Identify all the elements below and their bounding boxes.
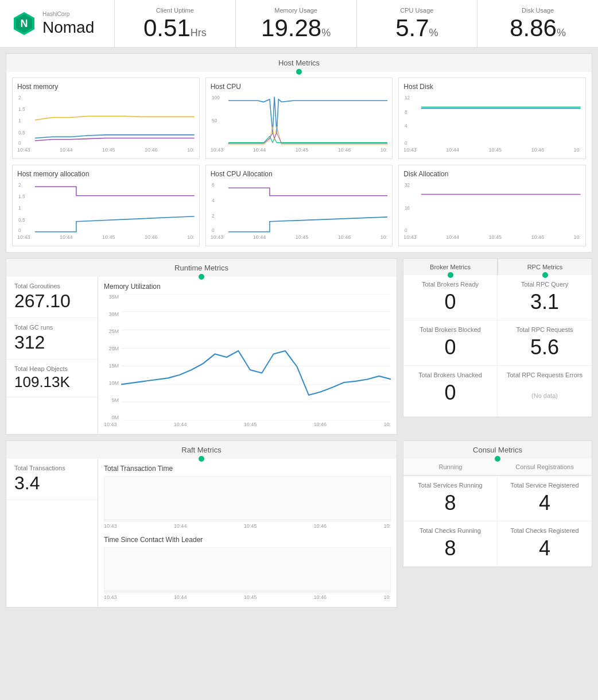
raft-section: Raft Metrics Total Transactions 3.4	[6, 440, 397, 608]
host-memory-title: Host memory	[17, 83, 195, 91]
transaction-time-title: Total Transaction Time	[104, 465, 391, 473]
heap-objects-block: Total Heap Objects 109.13K	[6, 359, 98, 397]
svg-text:100: 100	[212, 95, 220, 100]
host-cpu-alloc-chart: Host CPU Allocation 6 4 2 0	[205, 165, 393, 246]
host-cpu-area: 100 50	[211, 94, 388, 146]
nomad-logo-icon: N	[11, 11, 37, 36]
gc-runs-value: 312	[14, 332, 90, 353]
svg-text:0: 0	[18, 140, 21, 145]
transaction-time-area	[104, 476, 391, 522]
runtime-content: Total Goroutines 267.10 Total GC runs 31…	[6, 277, 397, 435]
host-mem-alloc-area: 2 1.5 1 0.5 0	[17, 181, 195, 233]
disk-alloc-chart: Disk Allocation 32 16 0 10:43 10:44	[398, 165, 586, 246]
disk-alloc-title: Disk Allocation	[403, 170, 581, 178]
brokers-ready-label: Total Brokers Ready	[409, 281, 491, 288]
svg-text:50: 50	[212, 118, 217, 123]
svg-text:0: 0	[18, 227, 21, 233]
raft-charts: Total Transaction Time 10:43 10:44 10:45	[98, 459, 397, 607]
svg-text:1: 1	[18, 205, 21, 211]
heap-objects-label: Total Heap Objects	[14, 365, 90, 372]
memory-usage-value: 19.28%	[247, 16, 345, 40]
svg-text:2: 2	[18, 182, 21, 188]
checks-running-value: 8	[409, 536, 491, 560]
services-running-value: 8	[409, 491, 491, 515]
svg-text:0: 0	[405, 140, 407, 145]
goroutines-value: 267.10	[14, 291, 90, 312]
consul-metrics-header: Consul Metrics	[403, 440, 592, 459]
svg-text:0.5: 0.5	[18, 129, 25, 135]
memory-usage-label: Memory Usage	[247, 7, 345, 14]
rpc-query-label: Total RPC Query	[503, 281, 586, 288]
client-uptime-label: Client Uptime	[126, 7, 224, 14]
gc-runs-block: Total GC runs 312	[6, 318, 98, 359]
brokers-unacked-label: Total Brokers Unacked	[409, 372, 491, 378]
heap-objects-value: 109.13K	[14, 373, 90, 391]
checks-running-label: Total Checks Running	[409, 527, 491, 534]
svg-text:4: 4	[212, 198, 215, 203]
svg-text:6: 6	[212, 182, 215, 188]
rpc-errors-label: Total RPC Requests Errors	[503, 372, 586, 378]
header: N HashiCorp Nomad Client Uptime 0.51Hrs …	[0, 0, 598, 48]
svg-text:32: 32	[405, 182, 410, 188]
memory-usage-card: Memory Usage 19.28%	[236, 0, 357, 47]
svg-text:16: 16	[405, 205, 410, 211]
svg-text:0: 0	[405, 227, 407, 233]
memory-util-title: Memory Utilization	[104, 283, 391, 291]
brokers-blocked-value: 0	[409, 335, 491, 359]
cpu-usage-value: 5.7%	[368, 16, 466, 40]
total-transactions-value: 3.4	[14, 473, 90, 494]
contact-leader-area	[104, 547, 391, 593]
client-uptime-card: Client Uptime 0.51Hrs	[115, 0, 236, 47]
contact-leader-chart: Time Since Contact With Leader 10:43 10:…	[104, 536, 391, 601]
consul-registrations-header: Consul Registrations	[498, 459, 592, 475]
svg-text:4: 4	[405, 123, 407, 129]
host-metrics-header: Host Metrics	[6, 53, 592, 72]
cpu-usage-card: CPU Usage 5.7%	[357, 0, 478, 47]
disk-usage-card: Disk Usage 8.86%	[477, 0, 598, 47]
host-mem-alloc-chart: Host memory allocation 2 1.5 1 0.5 0	[12, 165, 200, 246]
host-cpu-title: Host CPU	[211, 83, 388, 91]
host-mem-alloc-title: Host memory allocation	[17, 170, 195, 178]
raft-stats: Total Transactions 3.4	[6, 459, 98, 607]
contact-leader-title: Time Since Contact With Leader	[104, 536, 391, 544]
total-transactions-block: Total Transactions 3.4	[6, 459, 98, 500]
svg-text:N: N	[21, 18, 28, 29]
service-registered-value: 4	[503, 491, 586, 515]
runtime-metrics-header: Runtime Metrics	[6, 258, 397, 277]
rpc-errors-cell: Total RPC Requests Errors (No data)	[498, 366, 592, 417]
rpc-requests-label: Total RPC Requests	[503, 326, 586, 333]
service-registered-label: Total Service Registered	[503, 482, 586, 489]
host-metrics-content: Host memory 2 1.5 1 0.5 0	[6, 72, 592, 253]
host-cpu-alloc-title: Host CPU Allocation	[211, 170, 388, 178]
raft-content: Total Transactions 3.4 Total Transaction…	[6, 459, 397, 608]
svg-text:8: 8	[405, 109, 407, 114]
rpc-metrics-header: RPC Metrics	[498, 258, 592, 275]
consul-section: Consul Metrics Running Consul Registrati…	[403, 440, 592, 567]
host-disk-area: 12 8 4 0	[403, 94, 581, 146]
consul-running-header: Running	[403, 459, 498, 475]
logo-brand: HashiCorp	[42, 11, 94, 17]
runtime-stats: Total Goroutines 267.10 Total GC runs 31…	[6, 277, 98, 434]
brokers-blocked-cell: Total Brokers Blocked 0	[403, 320, 498, 366]
runtime-section: Runtime Metrics Total Goroutines 267.10 …	[6, 258, 397, 435]
svg-text:1.5: 1.5	[18, 194, 25, 199]
transaction-time-chart: Total Transaction Time 10:43 10:44 10:45	[104, 465, 391, 530]
broker-metrics-header: Broker Metrics	[403, 258, 498, 275]
consul-content: Running Consul Registrations Total Servi…	[403, 459, 592, 567]
gc-runs-label: Total GC runs	[14, 324, 90, 331]
broker-section: Broker Metrics RPC Metrics Total Brokers…	[403, 258, 592, 417]
services-running-cell: Total Services Running 8	[403, 476, 498, 521]
brokers-ready-cell: Total Brokers Ready 0	[403, 275, 498, 320]
broker-content: Total Brokers Ready 0 Total RPC Query 3.…	[403, 275, 592, 417]
logo-area: N HashiCorp Nomad	[0, 0, 115, 47]
rpc-requests-value: 5.6	[503, 335, 586, 359]
svg-text:1.5: 1.5	[18, 106, 25, 112]
brokers-ready-value: 0	[409, 290, 491, 314]
logo-name: Nomad	[42, 18, 94, 36]
total-transactions-label: Total Transactions	[14, 465, 90, 471]
svg-text:1: 1	[18, 118, 21, 123]
cpu-usage-label: CPU Usage	[368, 7, 466, 14]
checks-registered-label: Total Checks Registered	[503, 527, 586, 534]
disk-usage-label: Disk Usage	[489, 7, 587, 14]
disk-usage-value: 8.86%	[489, 16, 587, 40]
